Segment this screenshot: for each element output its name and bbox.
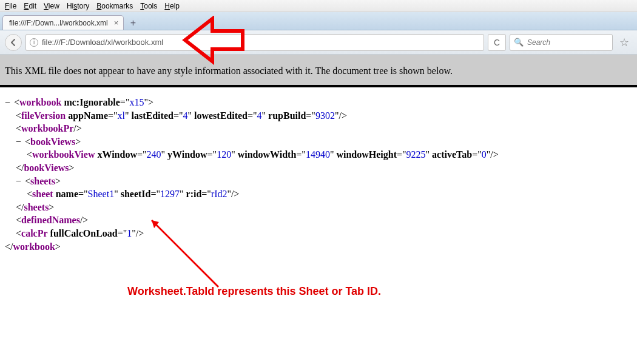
search-icon: 🔍 — [514, 38, 524, 47]
search-input[interactable] — [527, 38, 619, 47]
xml-line: <calcPr fullCalcOnLoad="1"/> — [5, 227, 632, 240]
menu-help[interactable]: Help — [161, 1, 183, 11]
tab-title: file:///F:/Down...l/workbook.xml — [9, 19, 108, 27]
xml-line: − <bookViews> — [5, 135, 632, 149]
xml-line: <fileVersion appName="xl" lastEdited="4"… — [5, 109, 632, 123]
xml-tree: − <workbook mc:Ignorable="x15"> <fileVer… — [0, 87, 637, 261]
url-input[interactable] — [42, 38, 480, 47]
reload-button[interactable]: C — [488, 34, 506, 51]
reload-icon: C — [494, 38, 500, 47]
info-icon: i — [30, 38, 38, 47]
star-icon: ☆ — [619, 36, 629, 49]
xml-line: </workbook> — [5, 240, 632, 254]
xml-line: </sheets> — [5, 201, 632, 214]
back-button[interactable] — [5, 34, 22, 51]
xml-line: <workbookPr/> — [5, 122, 632, 135]
menu-tools[interactable]: Tools — [136, 1, 161, 11]
menu-file[interactable]: File — [1, 1, 20, 11]
menu-view[interactable]: View — [40, 1, 63, 11]
menu-history[interactable]: History — [63, 1, 93, 11]
xml-line: <sheet name="Sheet1" sheetId="1297" r:id… — [5, 187, 632, 201]
xml-line: − <sheets> — [5, 175, 632, 188]
url-bar[interactable]: i — [25, 34, 484, 51]
close-icon[interactable]: × — [114, 19, 119, 27]
menu-edit[interactable]: Edit — [20, 1, 40, 11]
menu-bookmarks[interactable]: Bookmarks — [93, 1, 136, 11]
bookmark-button[interactable]: ☆ — [616, 34, 632, 51]
search-bar[interactable]: 🔍 — [510, 34, 613, 51]
annotation-text: Worksheet.TabId represents this Sheet or… — [127, 285, 381, 298]
xml-line: <workbookView xWindow="240" yWindow="120… — [5, 148, 632, 161]
xml-line: − <workbook mc:Ignorable="x15"> — [5, 96, 632, 109]
xml-notice: This XML file does not appear to have an… — [0, 55, 637, 87]
toolbar: i C 🔍 ☆ — [0, 30, 637, 55]
menu-bar: File Edit View History Bookmarks Tools H… — [0, 0, 637, 12]
browser-tab[interactable]: file:///F:/Down...l/workbook.xml × — [2, 15, 124, 30]
xml-line: </bookViews> — [5, 161, 632, 175]
arrow-left-icon — [9, 38, 18, 47]
xml-line: <definedNames/> — [5, 214, 632, 227]
new-tab-button[interactable]: + — [125, 16, 141, 30]
tab-strip: file:///F:/Down...l/workbook.xml × + — [0, 12, 637, 30]
